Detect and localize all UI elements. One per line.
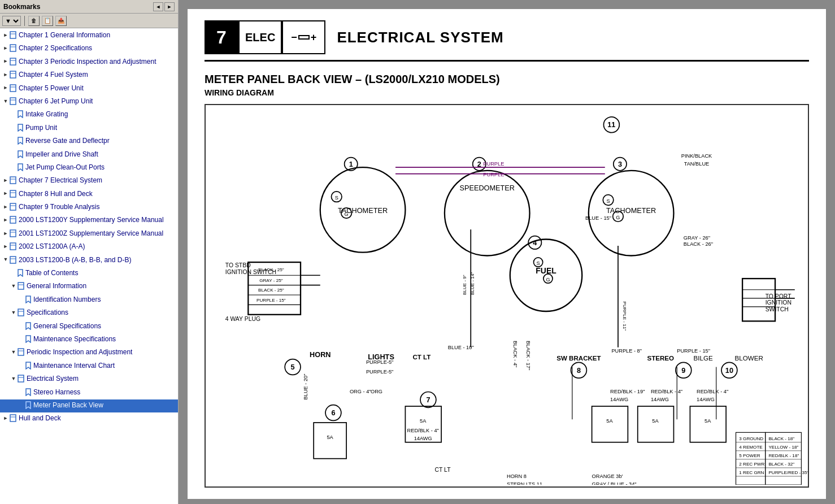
chapter-title: ELECTRICAL SYSTEM	[337, 29, 503, 46]
svg-text:BLUE - 10": BLUE - 10"	[448, 345, 474, 350]
tree-label-ch8: Chapter 8 Hull and Deck	[19, 189, 177, 199]
tree-item-ch14[interactable]: ►Hull and Deck	[0, 412, 178, 425]
tree-label-ch13-gi-1: Identification Numbers	[33, 295, 177, 305]
nav-prev-button[interactable]: ◄	[153, 2, 163, 11]
svg-rect-10	[10, 98, 16, 105]
tree-label-ch6-1: Intake Grating	[25, 110, 177, 119]
expand-btn-ch1[interactable]: ►	[2, 31, 9, 40]
chapter-battery-symbol: − +	[282, 20, 325, 54]
export-bookmark-button[interactable]: 📤	[55, 16, 67, 26]
expand-btn-ch13-gi-1[interactable]	[18, 295, 25, 304]
svg-text:1: 1	[349, 160, 353, 168]
expand-btn-ch5[interactable]: ►	[2, 84, 9, 93]
svg-rect-30	[18, 349, 24, 355]
delete-bookmark-button[interactable]: 🗑	[28, 16, 40, 26]
expand-btn-ch13[interactable]: ▼	[2, 255, 9, 264]
svg-text:14AWG: 14AWG	[610, 397, 628, 402]
tree-item-ch13-spec[interactable]: ▼Specifications	[0, 307, 178, 320]
tree-item-ch13[interactable]: ▼2003 LST1200-B (A-B, B-B, and D-B)	[0, 254, 178, 267]
expand-btn-ch4[interactable]: ►	[2, 70, 9, 79]
expand-btn-ch13-spec[interactable]: ▼	[10, 308, 17, 317]
tree-item-ch5[interactable]: ►Chapter 5 Power Unit	[0, 82, 178, 95]
nav-next-button[interactable]: ►	[164, 2, 175, 11]
tree-item-ch13-pia[interactable]: ▼Periodic Inspection and Adjustment	[0, 346, 178, 359]
expand-btn-ch6-1[interactable]	[10, 110, 17, 119]
tree-item-ch6-5[interactable]: Jet Pump Clean-Out Ports	[0, 162, 178, 175]
bookmark-dropdown[interactable]: ▼	[2, 16, 21, 26]
svg-text:PURPLE-5": PURPLE-5"	[366, 359, 394, 365]
bookmark-icon-ch13-spec	[18, 309, 24, 319]
tree-item-ch13-elec[interactable]: ▼Electrical System	[0, 373, 178, 386]
expand-btn-ch9[interactable]: ►	[2, 202, 9, 211]
tree-item-ch10[interactable]: ►2000 LST1200Y Supplementary Service Man…	[0, 214, 178, 227]
battery-icon: − +	[291, 32, 316, 44]
svg-text:BLACK - 25": BLACK - 25"	[258, 288, 284, 293]
bookmark-icon-ch9	[10, 203, 16, 213]
chapter-code: ELEC	[245, 31, 275, 44]
expand-btn-ch10[interactable]: ►	[2, 215, 9, 224]
content-area[interactable]: 7 ELEC − + ELECTRICAL SYSTEM METER PANEL…	[179, 0, 835, 504]
tree-item-ch8[interactable]: ►Chapter 8 Hull and Deck	[0, 188, 178, 201]
svg-text:PINK/BLACK: PINK/BLACK	[681, 153, 712, 159]
svg-rect-0	[10, 32, 16, 38]
chapter-number: 7	[216, 27, 227, 48]
expand-btn-ch6-5[interactable]	[10, 163, 17, 172]
expand-btn-ch14[interactable]: ►	[2, 414, 9, 423]
bookmark-icon-ch13	[10, 256, 16, 266]
tree-item-ch13-spec-2[interactable]: Maintenance Specifications	[0, 333, 178, 346]
svg-text:SWITCH: SWITCH	[766, 306, 789, 312]
tree-item-ch13-spec-1[interactable]: General Specifications	[0, 320, 178, 333]
expand-btn-ch13-spec-2[interactable]	[18, 334, 25, 344]
tree-label-ch14: Hull and Deck	[19, 414, 177, 423]
tree-item-ch13-gi-1[interactable]: Identification Numbers	[0, 294, 178, 307]
tree-item-ch13-elec-2[interactable]: Meter Panel Back View	[0, 399, 178, 412]
expand-btn-ch8[interactable]: ►	[2, 189, 9, 198]
expand-btn-ch13-gi[interactable]: ▼	[10, 281, 17, 290]
expand-btn-ch13-pia[interactable]: ▼	[10, 347, 17, 357]
tree-item-ch7[interactable]: ►Chapter 7 Electrical System	[0, 175, 178, 188]
expand-btn-ch6-4[interactable]	[10, 150, 17, 159]
tree-item-ch13-pia-1[interactable]: Maintenance Interval Chart	[0, 360, 178, 373]
tree-item-ch13-elec-1[interactable]: Stereo Harness	[0, 386, 178, 399]
expand-btn-ch6-3[interactable]	[10, 136, 17, 145]
tree-item-ch6-2[interactable]: Pump Unit	[0, 122, 178, 135]
expand-btn-ch6-2[interactable]	[10, 123, 17, 132]
expand-btn-ch3[interactable]: ►	[2, 57, 9, 66]
svg-text:ORG - 4": ORG - 4"	[350, 389, 371, 394]
tree-item-ch6[interactable]: ▼Chapter 6 Jet Pump Unit	[0, 95, 178, 108]
svg-text:PURPLE/RED - 35": PURPLE/RED - 35"	[768, 470, 808, 475]
copy-bookmark-button[interactable]: 📋	[42, 16, 53, 26]
tree-item-ch6-1[interactable]: Intake Grating	[0, 108, 178, 121]
tree-item-ch6-3[interactable]: Reverse Gate and Deflectpr	[0, 135, 178, 148]
expand-btn-ch11[interactable]: ►	[2, 229, 9, 238]
expand-btn-ch7[interactable]: ►	[2, 176, 9, 185]
tree-label-ch13-spec: Specifications	[27, 308, 177, 318]
expand-btn-ch13-elec[interactable]: ▼	[10, 374, 17, 383]
battery-body	[298, 35, 310, 40]
tree-item-ch9[interactable]: ►Chapter 9 Trouble Analysis	[0, 201, 178, 214]
svg-text:CT LT: CT LT	[435, 467, 451, 473]
svg-text:BLUE - 9": BLUE - 9"	[462, 275, 467, 295]
tree-item-ch6-4[interactable]: Impeller and Drive Shaft	[0, 149, 178, 162]
expand-btn-ch12[interactable]: ►	[2, 242, 9, 251]
tree-item-ch3[interactable]: ►Chapter 3 Periodic Inspection and Adjus…	[0, 56, 178, 69]
tree-item-ch12[interactable]: ►2002 LST1200A (A-A)	[0, 241, 178, 254]
tree-item-ch13-gi[interactable]: ▼General Information	[0, 280, 178, 293]
svg-rect-28	[18, 309, 24, 316]
expand-btn-ch13-pia-1[interactable]	[18, 361, 25, 370]
expand-btn-ch13-elec-1[interactable]	[18, 388, 25, 397]
expand-btn-ch13-elec-2[interactable]	[18, 401, 25, 410]
tree-label-ch12: 2002 LST1200A (A-A)	[19, 242, 177, 251]
expand-btn-ch13-spec-1[interactable]	[18, 321, 25, 331]
tree-item-ch2[interactable]: ►Chapter 2 Specifications	[0, 42, 178, 55]
bookmark-icon-ch6	[10, 97, 16, 107]
expand-btn-ch13-toc[interactable]	[10, 268, 17, 277]
svg-text:7: 7	[426, 396, 430, 404]
svg-text:PURPLE-5": PURPLE-5"	[366, 369, 394, 375]
expand-btn-ch6[interactable]: ▼	[2, 97, 9, 106]
tree-item-ch11[interactable]: ►2001 LST1200Z Supplementary Service Man…	[0, 228, 178, 241]
tree-item-ch1[interactable]: ►Chapter 1 General Information	[0, 29, 178, 42]
expand-btn-ch2[interactable]: ►	[2, 44, 9, 53]
tree-item-ch13-toc[interactable]: Table of Contents	[0, 267, 178, 280]
tree-item-ch4[interactable]: ►Chapter 4 Fuel System	[0, 69, 178, 82]
